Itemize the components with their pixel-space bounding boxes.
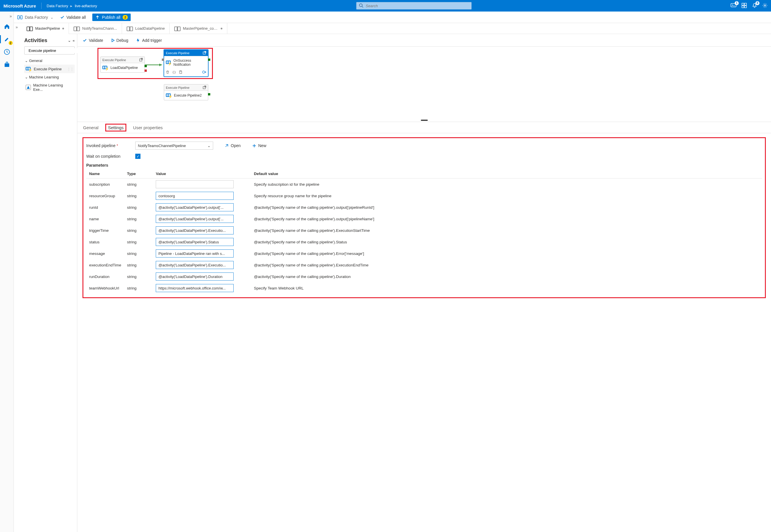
search-input[interactable] xyxy=(365,3,469,8)
badge: 1 xyxy=(735,1,739,5)
svg-rect-5 xyxy=(742,6,744,8)
svg-rect-3 xyxy=(742,3,744,5)
hub-nav: » 2 xyxy=(0,12,14,23)
breadcrumb-item[interactable]: Data Factory xyxy=(47,4,68,8)
badge: 8 xyxy=(755,1,759,5)
publish-count-badge: 2 xyxy=(123,15,128,20)
publish-all-button[interactable]: Publish all 2 xyxy=(92,14,131,21)
chevron-down-icon: ⌄ xyxy=(50,15,54,20)
scope-selector[interactable]: Data Factory ⌄ xyxy=(17,15,54,20)
cloud-shell-icon[interactable]: 1 xyxy=(731,3,736,9)
svg-rect-11 xyxy=(20,16,22,19)
nav-home[interactable] xyxy=(2,22,12,23)
directories-icon[interactable] xyxy=(742,3,747,9)
global-search[interactable] xyxy=(356,2,472,10)
settings-icon[interactable] xyxy=(762,3,768,9)
publish-all-label: Publish all xyxy=(102,15,121,20)
scope-label: Data Factory xyxy=(25,15,48,20)
command-bar: Data Factory ⌄ Validate all Publish all … xyxy=(0,12,771,23)
breadcrumb: Data Factory ▸ live-adfactory xyxy=(47,4,97,8)
svg-rect-4 xyxy=(744,3,746,5)
validate-all-button[interactable]: Validate all xyxy=(60,15,86,20)
svg-rect-10 xyxy=(18,16,19,19)
expand-rail-icon[interactable]: » xyxy=(10,14,12,18)
svg-rect-6 xyxy=(744,6,746,8)
validate-all-label: Validate all xyxy=(66,15,86,20)
header-actions: 1 8 xyxy=(731,3,768,9)
brand[interactable]: Microsoft Azure xyxy=(3,3,36,8)
chevron-right-icon: ▸ xyxy=(70,4,72,8)
header-divider xyxy=(41,3,42,9)
global-header: Microsoft Azure Data Factory ▸ live-adfa… xyxy=(0,0,771,12)
svg-line-1 xyxy=(362,6,363,7)
search-icon xyxy=(359,3,363,9)
breadcrumb-item[interactable]: live-adfactory xyxy=(75,4,97,8)
notifications-icon[interactable]: 8 xyxy=(752,3,757,9)
svg-point-7 xyxy=(764,5,766,6)
svg-point-0 xyxy=(359,4,362,7)
